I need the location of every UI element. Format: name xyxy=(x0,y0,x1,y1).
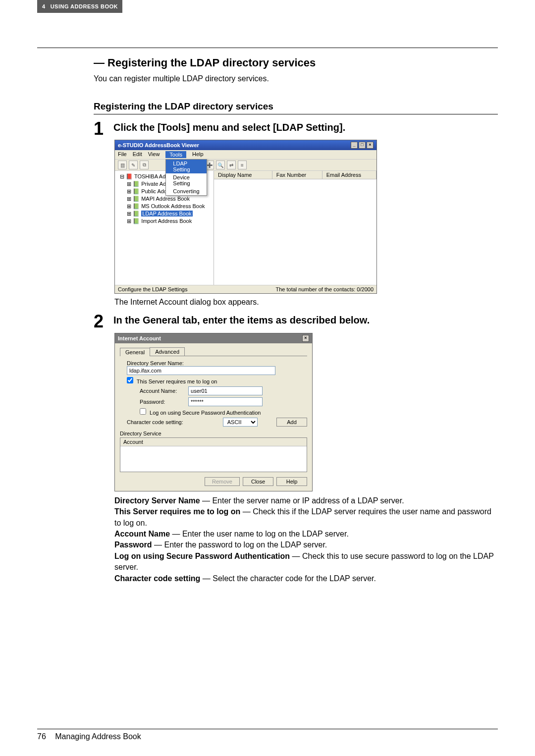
col-fax-number[interactable]: Fax Number xyxy=(272,171,322,179)
top-rule xyxy=(37,48,498,56)
tools-item-device-setting[interactable]: Device Setting xyxy=(166,173,206,187)
cc-term: Character code setting xyxy=(114,574,200,583)
tree-item-import[interactable]: ⊞ 📗 Import Address Book xyxy=(117,217,212,225)
maximize-button[interactable]: □ xyxy=(359,142,366,149)
dsn-desc: — Enter the server name or IP address of… xyxy=(200,496,404,505)
toolbar-icon-3[interactable]: ⧉ xyxy=(140,161,149,169)
viewer-main: ⊟ 📕 TOSHIBA AddressBook ⊞ 📗 Private Addr… xyxy=(115,171,376,285)
charcode-select[interactable]: ASCII xyxy=(223,418,258,427)
step-number: 1 xyxy=(94,121,111,137)
status-bar: Configure the LDAP Settings The total nu… xyxy=(115,285,376,293)
toolbar: ▥ ✎ ⧉ ➕ 🔍 ⇄ ≡ xyxy=(115,160,376,171)
col-display-name[interactable]: Display Name xyxy=(214,171,272,179)
account-name-label: Account Name: xyxy=(140,388,187,394)
toolbar-icon-6[interactable]: ⇄ xyxy=(227,161,236,169)
acc-term: Account Name xyxy=(114,530,170,538)
cc-desc: — Select the character code for the LDAP… xyxy=(200,574,376,583)
dsvc-col-account[interactable]: Account xyxy=(120,438,307,446)
menubar: File Edit View Tools LDAP Setting Device… xyxy=(115,150,376,160)
dialog-title: Internet Account xyxy=(118,335,161,341)
add-button[interactable]: Add xyxy=(276,418,307,427)
subsection-heading: Registering the LDAP directory services xyxy=(94,101,498,112)
step1-caption: The Internet Account dialog box appears. xyxy=(114,298,498,307)
tools-item-converting[interactable]: Converting xyxy=(166,187,206,195)
chapter-title: USING ADDRESS BOOK xyxy=(51,3,118,9)
close-button[interactable]: × xyxy=(367,142,374,149)
status-right: The total number of the contacts: 0/2000 xyxy=(275,286,374,292)
step-number: 2 xyxy=(94,314,111,329)
pwd-desc: — Enter the password to log on the LDAP … xyxy=(152,540,327,549)
close-dialog-button[interactable]: Close xyxy=(243,477,273,486)
spa-label: Log on using Secure Password Authenticat… xyxy=(150,410,261,416)
spa-checkbox[interactable] xyxy=(140,408,146,415)
page-footer: 76 Managing Address Book xyxy=(37,729,498,741)
acc-desc: — Enter the user name to log on the LDAP… xyxy=(170,530,349,538)
chapter-number: 4 xyxy=(42,3,46,9)
screenshot-addressbook-viewer: e-STUDIO AddressBook Viewer _ □ × File E… xyxy=(114,140,377,294)
step-2: 2 In the General tab, enter the items as… xyxy=(94,314,498,329)
directory-service-label: Directory Service xyxy=(120,431,307,436)
tools-item-ldap-setting[interactable]: LDAP Setting xyxy=(166,160,206,173)
menu-tools[interactable]: Tools xyxy=(165,151,186,158)
list-panel: Display Name Fax Number Email Address xyxy=(214,171,376,285)
list-header: Display Name Fax Number Email Address xyxy=(214,171,376,179)
req-term: This Server requires me to log on xyxy=(114,507,240,516)
toolbar-icon-1[interactable]: ▥ xyxy=(118,161,127,169)
menu-help[interactable]: Help xyxy=(192,151,204,158)
menu-view[interactable]: View xyxy=(148,151,160,158)
footer-title: Managing Address Book xyxy=(55,732,141,741)
remove-button[interactable]: Remove xyxy=(205,477,240,486)
window-title: e-STUDIO AddressBook Viewer xyxy=(118,142,199,148)
dialog-titlebar: Internet Account × xyxy=(115,333,312,343)
status-left: Configure the LDAP Settings xyxy=(118,286,187,292)
menu-file[interactable]: File xyxy=(118,151,127,158)
require-logon-label: This Server requires me to log on xyxy=(137,378,217,384)
spa-term: Log on using Secure Password Authenticat… xyxy=(114,552,290,560)
help-button[interactable]: Help xyxy=(276,477,307,486)
password-label: Password: xyxy=(140,399,187,405)
step-title: In the General tab, enter the items as d… xyxy=(113,314,370,326)
chapter-tab: 4 USING ADDRESS BOOK xyxy=(37,0,122,13)
dir-server-label: Directory Server Name: xyxy=(127,360,307,366)
page-number: 76 xyxy=(37,732,46,741)
intro-text: You can register multiple LDAP directory… xyxy=(94,74,498,83)
password-input[interactable] xyxy=(188,397,263,406)
toolbar-icon-7[interactable]: ≡ xyxy=(238,161,247,169)
directory-service-list: Account xyxy=(120,437,307,472)
close-button[interactable]: × xyxy=(302,335,309,342)
window-buttons: _ □ × xyxy=(351,142,374,149)
col-email-address[interactable]: Email Address xyxy=(322,171,376,179)
toolbar-icon-2[interactable]: ✎ xyxy=(129,161,138,169)
tree-item-ldap[interactable]: ⊞ 📗 LDAP Address Book xyxy=(117,210,212,217)
step-1: 1 Click the [Tools] menu and select [LDA… xyxy=(94,121,498,137)
dir-server-input[interactable] xyxy=(127,366,275,375)
minimize-button[interactable]: _ xyxy=(351,142,358,149)
menu-edit[interactable]: Edit xyxy=(133,151,142,158)
tree-item-mapi[interactable]: ⊞ 📗 MAPI Address Book xyxy=(117,195,212,203)
charcode-label: Character code setting: xyxy=(127,419,183,425)
tab-advanced[interactable]: Advanced xyxy=(150,347,185,356)
require-logon-checkbox[interactable] xyxy=(127,377,133,383)
section-heading: — Registering the LDAP directory service… xyxy=(94,56,498,69)
step-title: Click the [Tools] menu and select [LDAP … xyxy=(113,121,345,133)
tab-general[interactable]: General xyxy=(120,348,150,356)
account-name-input[interactable] xyxy=(188,386,263,395)
window-titlebar: e-STUDIO AddressBook Viewer _ □ × xyxy=(115,140,376,150)
toolbar-icon-5[interactable]: 🔍 xyxy=(216,161,225,169)
tree-item-outlook[interactable]: ⊞ 📗 MS Outlook Address Book xyxy=(117,203,212,210)
sub-rule xyxy=(94,114,498,121)
field-descriptions: Directory Server Name — Enter the server… xyxy=(114,495,498,584)
screenshot-internet-account: Internet Account × General Advanced Dire… xyxy=(114,333,313,491)
dialog-tabs: General Advanced xyxy=(120,347,307,356)
pwd-term: Password xyxy=(114,540,152,549)
tools-dropdown: LDAP Setting Device Setting Converting xyxy=(165,159,207,196)
dsn-term: Directory Server Name xyxy=(114,496,200,505)
